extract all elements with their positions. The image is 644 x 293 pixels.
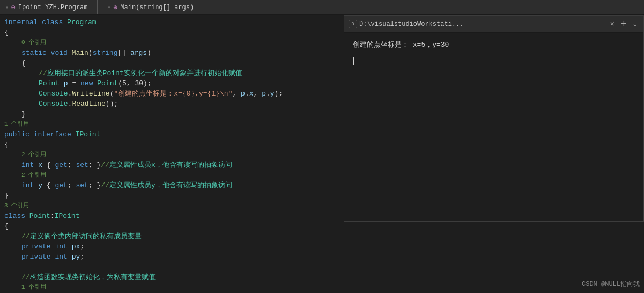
code-line: private int px; <box>0 241 644 252</box>
tab1-arrow[interactable]: ▾ <box>5 4 9 11</box>
terminal-output-text: 创建的点坐标是： x=5，y=30 <box>353 41 449 49</box>
tab1-icon: ⊕ <box>11 3 16 12</box>
keyword: internal <box>4 17 42 27</box>
tab2-icon: ⊕ <box>114 3 118 12</box>
tab-separator <box>97 0 98 14</box>
code-line: //定义俩个类内部访问的私有成员变量 <box>0 231 644 241</box>
terminal-panel: D D:\visualstudioWorkstati... × + ⌄ 创建的点… <box>344 15 644 222</box>
terminal-chevron-button[interactable]: ⌄ <box>631 20 639 28</box>
code-line: //构造函数实现类初始化，为私有变量赋值 <box>0 272 644 282</box>
code-editor[interactable]: internal class Program { 0 个引用 static vo… <box>0 15 644 293</box>
tab-main[interactable]: ▾ ⊕ Main(string[] args) <box>102 0 199 14</box>
terminal-cursor <box>353 57 354 65</box>
code-line: 1 个引用 <box>0 282 644 292</box>
code-line: private int py; <box>0 252 644 262</box>
terminal-tab-title: D:\visualstudioWorkstati... <box>359 20 606 28</box>
terminal-body: 创建的点坐标是： x=5，y=30 <box>344 33 643 221</box>
tab2-label: Main(string[] args) <box>120 4 194 11</box>
code-line <box>0 262 644 272</box>
code-line: { <box>0 221 644 231</box>
watermark: CSDN @NULL指向我 <box>582 280 640 289</box>
tab1-label: Ipoint_YZH.Program <box>18 4 88 11</box>
terminal-cursor-line <box>353 55 635 67</box>
terminal-close-button[interactable]: × <box>608 20 617 28</box>
top-bar: ▾ ⊕ Ipoint_YZH.Program ▾ ⊕ Main(string[]… <box>0 0 644 15</box>
terminal-add-button[interactable]: + <box>619 19 629 30</box>
terminal-tab-bar: D D:\visualstudioWorkstati... × + ⌄ <box>344 16 643 33</box>
tab-program[interactable]: ▾ ⊕ Ipoint_YZH.Program <box>0 0 93 14</box>
tab2-arrow[interactable]: ▾ <box>107 4 110 11</box>
terminal-icon: D <box>349 20 357 28</box>
terminal-output: 创建的点坐标是： x=5，y=30 <box>353 39 635 51</box>
main-content: internal class Program { 0 个引用 static vo… <box>0 15 644 293</box>
watermark-text: CSDN @NULL指向我 <box>582 281 640 288</box>
